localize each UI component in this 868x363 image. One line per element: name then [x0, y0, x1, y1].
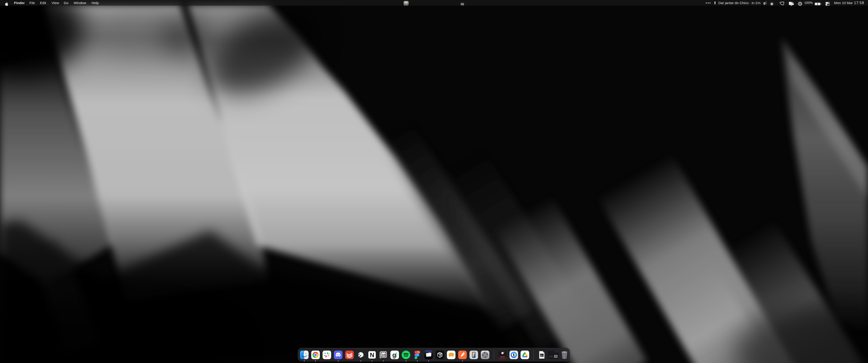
svg-text:N: N — [370, 352, 374, 359]
svg-text:10: 10 — [381, 353, 385, 357]
svg-text:11: 11 — [555, 356, 557, 357]
svg-text:g: g — [392, 352, 396, 359]
svg-text:raycast: raycast — [500, 356, 505, 357]
